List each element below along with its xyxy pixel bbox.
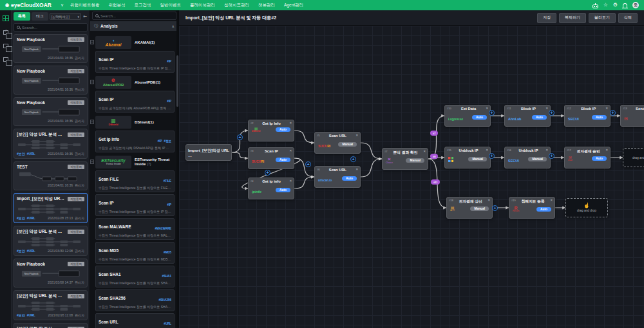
canvas-node-n2[interactable]: #2Get Ip Info×▦DShieldAuto (248, 120, 294, 141)
close-icon[interactable]: × (289, 149, 292, 152)
add-node-button-4[interactable]: + (489, 110, 495, 116)
action-card-3-1[interactable]: Scan IP#IP수집된 Threat Intelligence 정보를 바탕… (95, 194, 175, 216)
export-playbook-icon[interactable] (3, 30, 8, 35)
add-node-button-9[interactable]: + (492, 205, 498, 211)
canvas-node-n6[interactable]: #6Scan URL×urlscan.ioAuto (314, 166, 361, 188)
canvas-drop-placeholder[interactable]: drag and drop (623, 148, 644, 167)
analysis-search-input[interactable] (100, 14, 173, 18)
playbook-card-3[interactable]: [보안] 악성 URL 분석 및 …작업중지 #보안#URL2021/04/01… (14, 129, 88, 159)
close-icon[interactable]: × (289, 179, 292, 183)
close-icon[interactable]: × (550, 199, 553, 202)
add-node-button-6[interactable]: + (610, 110, 616, 116)
analysis-section-header[interactable]: ⓘ Analysis ∧ (90, 21, 178, 31)
playbook-search[interactable] (14, 23, 88, 32)
close-icon[interactable]: × (486, 149, 488, 152)
playbook-list-icon[interactable] (3, 15, 9, 21)
collapse-minus-icon[interactable]: − (90, 120, 94, 124)
close-icon[interactable]: × (488, 199, 490, 202)
canvas-node-n16[interactable]: #16Unblock IP×SECUIManual (504, 147, 551, 169)
canvas-node-n4[interactable]: #4Get ip info×ipinfoAuto (248, 178, 294, 199)
action-card-0-0[interactable]: Scan IP#IP수집된 Threat Intelligence 정보를 바탕… (95, 51, 175, 73)
canvas-node-n3[interactable]: #3Scan IP×SUCURIAuto (248, 147, 294, 169)
close-icon[interactable]: × (605, 149, 608, 152)
menu-item-0[interactable]: 위협이벤트현황 (70, 3, 100, 8)
canvas-node-n17[interactable]: #17전자결재 승인×✉mailAuto (564, 147, 611, 169)
action-card-3-0[interactable]: Scan FILE#FILE수집된 Threat Intelligence 정보… (95, 170, 175, 192)
menu-item-4[interactable]: 플레이북관리 (190, 3, 215, 8)
playbook-tag[interactable]: #URL (27, 249, 35, 253)
canvas-node-n15[interactable]: #15Unblock IP×Manual (444, 147, 491, 169)
brand-logo[interactable]: ◉ eyeCloudXOAR (5, 2, 52, 8)
action-card-2-0[interactable]: Get Ip Info#IP#정보수집된 공격정보에 대해 DShield AP… (95, 131, 175, 152)
canvas-node-n5[interactable]: #5Scan URL×SUCURIManual (314, 132, 361, 154)
playbook-card-7[interactable]: New Playbook작업중지 New Playbook 2021/03/08… (14, 259, 88, 287)
playbook-card-4[interactable]: TEST작업중지 2021/04/01 16:36관리자 (14, 161, 88, 190)
playbook-search-input[interactable] (22, 26, 84, 30)
playbook-canvas[interactable]: Import_[보안]악성 URL …#2Get Ip Info×▦DShiel… (179, 26, 644, 328)
playbook-tag[interactable]: #URL (27, 216, 35, 220)
menu-item-2[interactable]: 로그검색 (135, 3, 151, 8)
gear-icon[interactable]: ⚙ (613, 2, 618, 8)
menu-item-6[interactable]: 챗봇관리 (258, 3, 275, 8)
playbook-tag[interactable]: #보안 (17, 152, 25, 156)
close-icon[interactable]: × (355, 134, 358, 137)
menu-item-3[interactable]: 일반이벤트 (160, 3, 182, 8)
playbook-card-1[interactable]: New Playbook작업중지 New Playbook 2021/04/01… (14, 66, 88, 95)
action-card-3-5[interactable]: Scan SHA256#SHA256수집된 Threat Intelligenc… (95, 289, 175, 311)
close-icon[interactable]: × (289, 122, 292, 125)
canvas-node-n13[interactable]: #13Send Mail×✉Auto (620, 105, 644, 127)
canvas-node-n12[interactable]: #12Block IP×SECUIAuto (564, 105, 611, 127)
close-icon[interactable]: × (605, 107, 608, 110)
star-icon[interactable]: ☆ (603, 2, 608, 8)
playbook-tag[interactable]: #URL (27, 152, 35, 156)
duplicate-button[interactable]: 복제하기 (559, 13, 586, 23)
canvas-node-n19[interactable]: #19침해지표 등록×RReconAuto (509, 197, 555, 219)
playbook-tag[interactable]: #보안 (17, 313, 25, 317)
close-icon[interactable]: × (486, 107, 488, 110)
menu-item-7[interactable]: Agent관리 (284, 3, 303, 8)
close-icon[interactable]: × (545, 107, 548, 110)
playbook-card-9[interactable]: [보안] 위협 IP 조사작업중지 (14, 323, 88, 328)
bell-icon[interactable] (623, 3, 627, 8)
add-node-button-2[interactable]: + (305, 161, 311, 167)
chevron-down-icon[interactable]: ∨ (61, 3, 64, 8)
tab-tags[interactable]: 태그 (32, 12, 48, 21)
playbook-tag[interactable]: #보안 (17, 216, 25, 220)
scrollbar-thumb[interactable] (176, 55, 178, 107)
add-node-button-8[interactable]: + (549, 153, 554, 159)
integration-window-icon[interactable] (3, 57, 8, 62)
load-button[interactable]: 불러오기 (589, 13, 616, 23)
filter-select[interactable]: [선택하세요] ▾ (50, 13, 81, 20)
playbook-card-0[interactable]: New Playbook작업중지 New Playbook 2021/04/01… (14, 34, 88, 63)
add-node-button-7[interactable]: + (489, 153, 495, 159)
playbook-card-6[interactable]: [보안] 악성 URL 분석 및 …작업중지 #보안#URL2021/03/30… (14, 226, 88, 256)
collapse-minus-icon[interactable]: − (90, 159, 94, 164)
action-card-1-0[interactable]: Scan IP#IP수집된 공격정보에 대해 AbuseIPDB API을 통해… (95, 91, 175, 113)
panel-collapse-icon[interactable]: ⇤ (82, 14, 88, 19)
tab-list[interactable]: 목록 (14, 12, 30, 21)
playbook-tag[interactable]: #보안 (17, 249, 25, 253)
action-card-3-2[interactable]: Scan MALWARE#MALWARE수집된 Threat Intellige… (95, 218, 175, 240)
action-card-3-3[interactable]: Scan MD5#MD5수집된 Threat Intelligence 정보를 … (95, 242, 175, 264)
canvas-drop-placeholder[interactable]: ☝drag and drop (565, 198, 608, 217)
action-card-3-4[interactable]: Scan SHA1#SHA1수집된 Threat Intelligence 정보… (95, 266, 175, 287)
analysis-search[interactable] (92, 12, 176, 20)
action-card-3-6[interactable]: Scan URL#URL수집된 Threat Intelligence 정보를 … (95, 313, 175, 328)
add-node-button-5[interactable]: + (549, 110, 554, 116)
playbook-card-2[interactable]: New Playbook작업중지 New Playbook 2021/04/01… (14, 97, 88, 126)
collapse-minus-icon[interactable]: − (90, 80, 94, 84)
canvas-node-n18[interactable]: #18전자결재 상신×▤문서Manual (446, 197, 493, 219)
canvas-node-n7[interactable]: #7분석 결과 확인××ChoiceManual (382, 148, 428, 170)
template-window-icon[interactable] (3, 44, 8, 48)
add-node-button-0[interactable]: + (237, 134, 243, 140)
avatar[interactable]: 웃 (632, 2, 639, 8)
collapse-up-icon[interactable]: ∧ (172, 24, 175, 28)
playbook-card-8[interactable]: [보안] 악성 URL 분석 및 …작업중지 #보안#URL2021/02/26… (14, 290, 88, 320)
collapse-minus-icon[interactable]: − (90, 40, 94, 44)
playbook-tag[interactable]: #URL (27, 313, 35, 317)
delete-button[interactable]: 삭제 (618, 13, 638, 23)
add-node-button-1[interactable]: + (265, 170, 270, 176)
canvas-node-start[interactable]: Import_[보안]악성 URL … (185, 144, 232, 161)
canvas-node-n11[interactable]: #11Block IP×AhnLabAuto (504, 105, 551, 127)
close-icon[interactable]: × (423, 150, 426, 153)
